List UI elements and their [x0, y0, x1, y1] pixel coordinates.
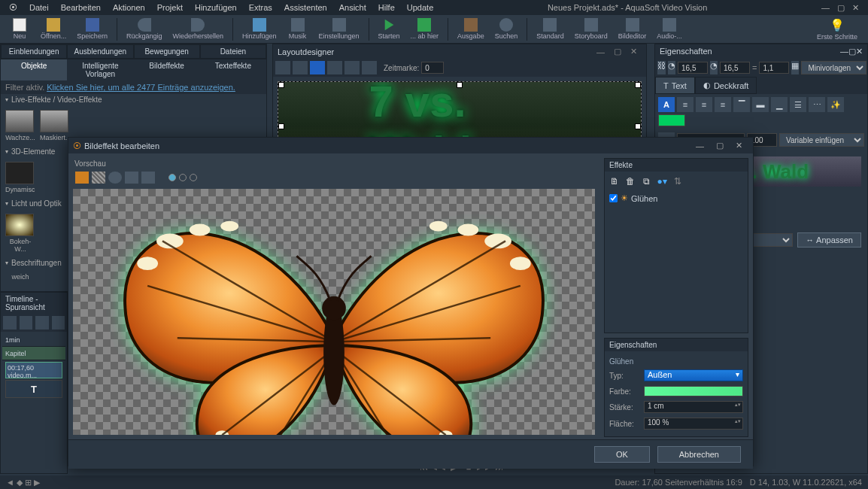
thumb-wachze[interactable]: Wachze...: [5, 110, 35, 141]
tab-ausblendungen[interactable]: Ausblendungen: [67, 44, 133, 59]
tl-clip-text[interactable]: T: [5, 380, 62, 398]
fx-move[interactable]: ⇅: [671, 175, 684, 188]
fx-type-select[interactable]: Außen: [644, 369, 743, 381]
tl-tool-3[interactable]: [35, 316, 49, 330]
menu-aktionen[interactable]: Aktionen: [107, 2, 151, 14]
tb-play-from[interactable]: ... ab hier: [406, 17, 444, 41]
tl-ruler[interactable]: 1min: [2, 333, 65, 347]
menu-update[interactable]: Update: [401, 2, 439, 14]
menu-projekt[interactable]: Projekt: [151, 2, 189, 14]
rp-tab-opacity[interactable]: ◐Deckkraft: [695, 77, 757, 94]
ld-tool-2[interactable]: [293, 61, 308, 74]
menu-assistenten[interactable]: Assistenten: [278, 2, 333, 14]
rp-num-1[interactable]: [678, 62, 708, 74]
rp-maximize[interactable]: ▢: [848, 47, 856, 56]
window-close[interactable]: ✕: [852, 3, 859, 13]
tb-save[interactable]: Speichern: [72, 17, 112, 41]
tl-clip-video[interactable]: 00:17,60 video.m...: [5, 362, 62, 378]
tl-tool-4[interactable]: [52, 316, 65, 330]
rp-align-right[interactable]: ≡: [715, 97, 731, 112]
tb-settings[interactable]: Einstellungen: [314, 17, 364, 41]
fx-item-glow[interactable]: ☀ Glühen: [605, 191, 748, 205]
ld-timemark-input[interactable]: [421, 62, 444, 74]
tb-layout-storyboard[interactable]: Storyboard: [570, 17, 612, 41]
rp-tool-layout[interactable]: ▦: [791, 61, 799, 74]
rp-font-active[interactable]: A: [658, 97, 675, 112]
dialog-minimize[interactable]: —: [690, 141, 710, 150]
pv-tool-stripes[interactable]: [92, 172, 105, 184]
ld-tool-4[interactable]: [327, 61, 342, 74]
rp-template-select[interactable]: Minivorlagen: [801, 61, 866, 74]
tb-add[interactable]: Hinzufügen: [238, 17, 281, 41]
tb-play[interactable]: Starten: [374, 17, 405, 41]
rp-num-3[interactable]: [759, 62, 789, 74]
rp-tool-clock2[interactable]: ◔: [710, 61, 718, 74]
pv-radio-3[interactable]: [190, 174, 197, 181]
section-live-effekte[interactable]: Live-Effekte / Video-Effekte: [1, 94, 266, 105]
tb-layout-standard[interactable]: Standard: [532, 17, 569, 41]
rp-align-center[interactable]: ≡: [696, 97, 712, 112]
tl-chapter[interactable]: Kapitel: [2, 347, 65, 360]
fx-area-input[interactable]: 100 %: [644, 418, 743, 430]
ld-tool-5[interactable]: [344, 61, 360, 74]
menu-extras[interactable]: Extras: [243, 2, 278, 14]
thumb-weich[interactable]: weich: [5, 273, 35, 281]
rp-align-top[interactable]: ▔: [733, 97, 750, 112]
subtab-bildeffekte[interactable]: Bildeffekte: [134, 59, 200, 80]
dialog-ok-button[interactable]: OK: [594, 446, 650, 463]
fx-item-glow-checkbox[interactable]: [609, 194, 618, 202]
filter-show-all-link[interactable]: Klicken Sie hier, um alle 2477 Einträge …: [47, 83, 235, 92]
rp-tool-chain[interactable]: ⛓: [657, 61, 666, 74]
preview-canvas[interactable]: [73, 189, 595, 435]
menu-ansicht[interactable]: Ansicht: [333, 2, 372, 14]
fx-add[interactable]: ●▾: [655, 175, 669, 188]
menu-datei[interactable]: Datei: [23, 2, 55, 14]
window-maximize[interactable]: ▢: [837, 3, 845, 13]
thumb-maskiert[interactable]: Maskiert...: [40, 110, 70, 141]
rp-tool-clock[interactable]: ◔: [668, 61, 675, 74]
dialog-cancel-button[interactable]: Abbrechen: [657, 446, 741, 463]
tb-export[interactable]: Ausgabe: [453, 17, 489, 41]
tl-tool-2[interactable]: [20, 316, 33, 330]
window-minimize[interactable]: —: [821, 3, 830, 13]
rp-minimize[interactable]: —: [840, 47, 848, 56]
fx-new[interactable]: 🗎: [608, 175, 621, 188]
rp-align-left[interactable]: ≡: [677, 97, 693, 112]
tb-music[interactable]: Musik: [283, 17, 313, 41]
subtab-texteffekte[interactable]: Texteffekte: [200, 59, 266, 80]
rp-align-mid[interactable]: ▬: [752, 97, 769, 112]
tb-new[interactable]: Neu: [5, 17, 35, 41]
menu-hilfe[interactable]: Hilfe: [372, 2, 401, 14]
ld-close[interactable]: ✕: [626, 47, 642, 56]
rp-close[interactable]: ✕: [856, 47, 863, 56]
status-nav-icons[interactable]: ◄ ◆ ⊞ ▶: [6, 478, 40, 487]
fx-copy[interactable]: ⧉: [639, 175, 653, 188]
ld-tool-6[interactable]: [362, 61, 377, 74]
ld-maximize[interactable]: ▢: [609, 47, 626, 56]
tb-layout-imageeditor[interactable]: Bildeditor: [614, 17, 651, 41]
pv-tool-grid2[interactable]: [141, 172, 155, 184]
tb-search[interactable]: Suchen: [490, 17, 523, 41]
tab-dateien[interactable]: Dateien: [200, 44, 266, 59]
tl-tool-1[interactable]: [3, 316, 17, 330]
fx-delete[interactable]: 🗑: [624, 175, 637, 188]
rp-fx[interactable]: ✨: [827, 97, 844, 112]
subtab-objekte[interactable]: Objekte: [1, 59, 67, 80]
first-steps-link[interactable]: 💡 Erste Schritte: [811, 17, 863, 42]
tb-redo[interactable]: Wiederherstellen: [168, 17, 228, 41]
menu-bearbeiten[interactable]: Bearbeiten: [55, 2, 107, 14]
dialog-close[interactable]: ✕: [730, 141, 748, 150]
rp-align-bot[interactable]: ▁: [771, 97, 788, 112]
pv-tool-grid1[interactable]: [125, 172, 138, 184]
pv-tool-sphere[interactable]: [108, 172, 122, 184]
rp-list[interactable]: ☰: [790, 97, 806, 112]
tb-open[interactable]: Öffnen...: [36, 17, 71, 41]
thumb-dynamisc[interactable]: Dynamisc...: [5, 162, 35, 193]
ld-tool-3[interactable]: [310, 61, 325, 74]
rp-more[interactable]: ⋯: [809, 97, 825, 112]
tab-bewegungen[interactable]: Bewegungen: [134, 44, 200, 59]
menu-hinzufuegen[interactable]: Hinzufügen: [189, 2, 243, 14]
tb-layout-audio[interactable]: Audio-...: [652, 17, 687, 41]
pv-tool-butterfly[interactable]: [75, 172, 89, 184]
tb-undo[interactable]: Rückgängig: [122, 17, 167, 41]
